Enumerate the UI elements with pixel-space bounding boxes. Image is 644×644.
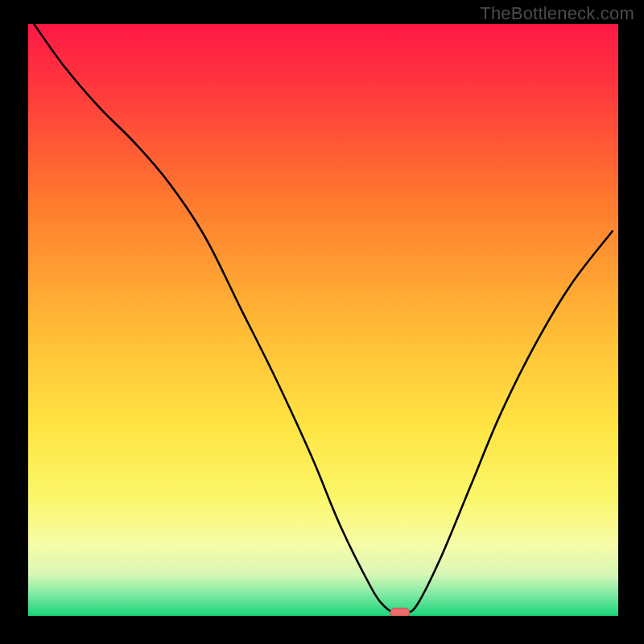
gradient-background: [28, 24, 618, 616]
optimal-point-marker: [390, 608, 410, 616]
watermark-label: TheBottleneck.com: [480, 3, 634, 24]
chart-frame: TheBottleneck.com: [0, 0, 644, 644]
plot-area: [28, 24, 618, 616]
bottleneck-curve-chart: [28, 24, 618, 616]
